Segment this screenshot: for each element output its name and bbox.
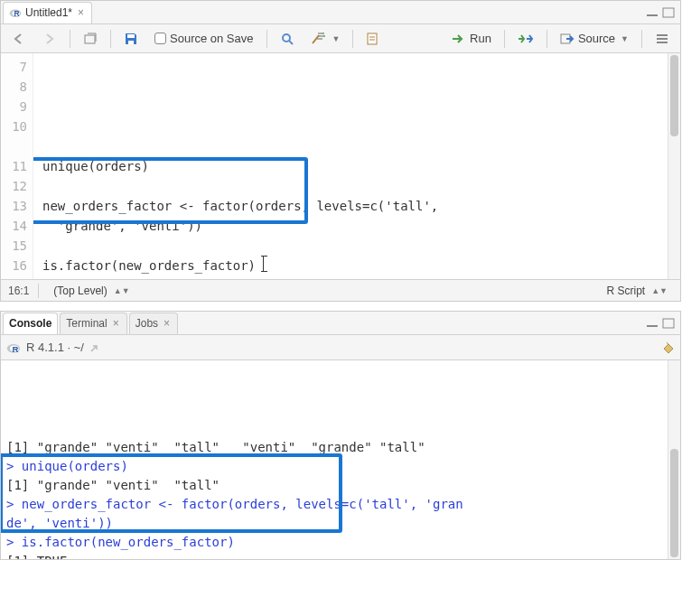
show-in-new-window-button[interactable]	[78, 31, 103, 47]
r-logo-icon: R	[9, 6, 22, 19]
editor-tab-title: Untitled1*	[25, 6, 72, 19]
editor-toolbar: Source on Save ▼ Run Source ▼	[1, 24, 680, 53]
code-line: new_orders_factor <- factor(orders, leve…	[42, 196, 680, 216]
maximize-pane-icon[interactable]	[662, 7, 675, 18]
svg-point-15	[323, 35, 325, 37]
code-editor[interactable]: 78910 111213141516 unique(orders) new_or…	[1, 53, 680, 279]
scrollbar-thumb[interactable]	[670, 449, 678, 557]
line-number: 9	[1, 97, 27, 117]
run-arrow-icon	[452, 33, 466, 44]
close-icon[interactable]: ×	[76, 6, 86, 19]
outline-button[interactable]	[649, 31, 675, 47]
line-number-gutter: 78910 111213141516	[1, 53, 33, 279]
language-selector[interactable]: R Script ▲▼	[601, 283, 673, 299]
svg-text:R: R	[14, 9, 20, 18]
code-line: unique(orders)	[42, 156, 680, 176]
line-number: 14	[1, 216, 27, 236]
run-label: Run	[470, 32, 491, 45]
text-cursor	[263, 256, 264, 272]
svg-rect-23	[647, 325, 658, 327]
save-button[interactable]	[118, 30, 144, 48]
line-number: 10	[1, 117, 27, 136]
chevron-down-icon: ▼	[332, 34, 341, 43]
line-number	[1, 136, 27, 156]
svg-line-9	[289, 41, 293, 44]
chevron-down-icon: ▼	[621, 34, 629, 43]
editor-tabstrip: R Untitled1* ×	[1, 1, 680, 24]
code-line: 'grande', 'venti'))	[42, 216, 680, 236]
maximize-pane-icon[interactable]	[662, 318, 675, 329]
editor-vertical-scrollbar[interactable]	[668, 53, 680, 279]
editor-tab-untitled1[interactable]: R Untitled1* ×	[3, 2, 92, 23]
svg-rect-7	[128, 41, 134, 44]
line-number: 16	[1, 256, 27, 275]
code-tools-button[interactable]: ▼	[305, 30, 346, 48]
updown-caret-icon: ▲▼	[114, 286, 130, 295]
scrollbar-thumb[interactable]	[670, 55, 678, 136]
svg-rect-24	[663, 319, 674, 328]
tab-jobs[interactable]: Jobs ×	[129, 313, 178, 334]
console-output[interactable]: [1] "grande" "venti" "tall" "venti" "gra…	[1, 360, 680, 559]
line-number: 11	[1, 156, 27, 176]
line-number: 7	[1, 57, 27, 77]
code-area[interactable]: unique(orders) new_orders_factor <- fact…	[33, 53, 680, 279]
console-toolbar: R R 4.1.1 · ~/	[1, 335, 680, 360]
nav-back-button[interactable]	[6, 31, 32, 47]
svg-rect-16	[368, 33, 377, 44]
svg-rect-4	[663, 8, 674, 17]
console-output-line: [1] "grande" "venti" "tall" "venti" "gra…	[6, 438, 675, 457]
svg-text:R: R	[12, 343, 18, 353]
console-command-line: > new_orders_factor <- factor(orders, le…	[6, 495, 675, 514]
updown-caret-icon: ▲▼	[651, 286, 668, 295]
run-button[interactable]: Run	[446, 30, 497, 47]
minimize-pane-icon[interactable]	[646, 318, 659, 329]
console-command-line: de', 'venti'))	[6, 514, 675, 533]
svg-point-14	[322, 33, 324, 34]
console-command-line: > is.factor(new_orders_factor)	[6, 533, 675, 552]
console-tabstrip: Console Terminal × Jobs ×	[1, 312, 680, 335]
tab-console[interactable]: Console	[3, 313, 58, 334]
nav-forward-button[interactable]	[37, 31, 62, 47]
line-number: 8	[1, 77, 27, 97]
rerun-button[interactable]	[512, 32, 539, 46]
close-icon[interactable]: ×	[162, 317, 172, 330]
line-number: 15	[1, 236, 27, 256]
code-line	[42, 176, 680, 196]
console-pane: Console Terminal × Jobs × R R 4.1.	[0, 311, 681, 560]
code-line	[42, 136, 680, 156]
window-buttons	[646, 318, 680, 329]
console-vertical-scrollbar[interactable]	[668, 360, 680, 559]
console-output-line: [1] "grande" "venti" "tall"	[6, 476, 675, 495]
clear-console-button[interactable]	[660, 341, 675, 355]
cursor-position: 16:1	[8, 285, 29, 297]
source-on-save-label: Source on Save	[170, 32, 254, 45]
source-label: Source	[578, 32, 615, 45]
svg-point-8	[283, 34, 290, 42]
tab-terminal-label: Terminal	[66, 317, 107, 330]
line-number: 12	[1, 176, 27, 196]
window-buttons	[646, 7, 680, 18]
close-icon[interactable]: ×	[111, 317, 121, 330]
code-line: is.factor(new_orders_factor)	[42, 256, 680, 275]
console-output-line: [1] TRUE	[6, 552, 675, 559]
tab-console-label: Console	[9, 317, 51, 330]
source-editor-pane: R Untitled1* ×	[0, 0, 681, 302]
language-label: R Script	[606, 285, 645, 297]
tab-jobs-label: Jobs	[135, 317, 158, 330]
console-command-line: > unique(orders)	[6, 457, 675, 476]
editor-statusbar: 16:1 (Top Level) ▲▼ R Script ▲▼	[1, 279, 680, 301]
popout-icon[interactable]	[89, 342, 102, 353]
code-line	[42, 275, 680, 279]
line-number: 13	[1, 196, 27, 216]
code-line	[42, 236, 680, 256]
compile-report-button[interactable]	[360, 30, 384, 48]
find-button[interactable]	[275, 30, 300, 48]
checkbox-icon	[154, 33, 166, 44]
svg-rect-3	[647, 14, 658, 16]
source-on-save-checkbox[interactable]: Source on Save	[149, 30, 259, 47]
tab-terminal[interactable]: Terminal ×	[60, 313, 126, 334]
scope-selector[interactable]: (Top Level) ▲▼	[48, 283, 135, 299]
r-logo-icon: R	[6, 341, 21, 355]
source-button[interactable]: Source ▼	[555, 30, 634, 47]
minimize-pane-icon[interactable]	[646, 7, 659, 18]
